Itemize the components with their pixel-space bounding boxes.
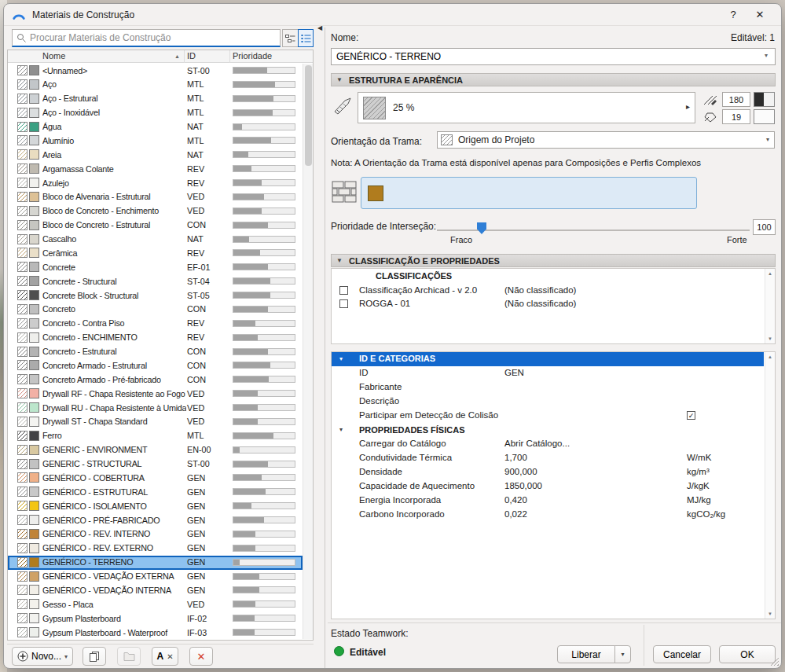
- orientation-dropdown[interactable]: Origem do Projeto ▾: [437, 131, 775, 149]
- collision-checkbox[interactable]: ✓: [687, 411, 695, 420]
- list-item[interactable]: AçoMTL: [8, 78, 303, 92]
- property-row[interactable]: Carregar do CatálogoAbrir Catálogo...: [332, 437, 764, 451]
- property-row[interactable]: Condutividade Térmica1,700W/mK: [332, 451, 764, 465]
- list-item[interactable]: AlumínioMTL: [8, 134, 303, 148]
- list-item[interactable]: CerâmicaREV: [8, 246, 303, 260]
- release-button[interactable]: Liberar: [557, 645, 615, 663]
- duplicate-material-button[interactable]: [83, 647, 106, 666]
- property-row[interactable]: Capacidade de Aquecimento1850,000J/kgK: [332, 479, 764, 494]
- section-classification-properties[interactable]: ▼ CLASSIFICAÇÃO E PROPRIEDADES: [331, 254, 776, 267]
- search-box[interactable]: [12, 29, 281, 47]
- fill-pen-field[interactable]: 180: [722, 92, 750, 107]
- scroll-down-icon[interactable]: ▼: [768, 336, 772, 341]
- list-item[interactable]: GENÉRICO - ISOLAMENTOGEN: [8, 499, 303, 513]
- surface-preview[interactable]: [361, 177, 697, 209]
- delete-material-button[interactable]: ✕: [189, 647, 213, 666]
- material-name-input[interactable]: [331, 48, 776, 65]
- column-divider[interactable]: [184, 50, 185, 63]
- list-item[interactable]: Concreto - Contra PisoREV: [8, 317, 303, 331]
- list-item[interactable]: GENÉRICO - ESTRUTURALGEN: [8, 485, 303, 499]
- list-item[interactable]: Concreto Armado - Pré-fabricadoCON: [8, 373, 303, 387]
- list-item[interactable]: Bloco de Concreto - EstruturalCON: [8, 218, 303, 233]
- panel-splitter[interactable]: [325, 28, 325, 669]
- column-divider[interactable]: [229, 50, 230, 63]
- background-pen-color-swatch[interactable]: [754, 109, 775, 124]
- classification-row[interactable]: Classificação Archicad - v 2.0(Não class…: [332, 285, 764, 298]
- list-item[interactable]: GENÉRICO - TERRENOGEN: [8, 556, 303, 570]
- new-material-button[interactable]: Novo... ▾: [12, 647, 73, 666]
- property-row[interactable]: Participar em Detecção de Colisão✓: [332, 409, 764, 423]
- search-input[interactable]: [30, 32, 276, 43]
- list-item[interactable]: Aço - InoxidávelMTL: [8, 106, 303, 120]
- section-collapse-icon[interactable]: ▼: [336, 76, 343, 83]
- property-row[interactable]: Fabricante: [332, 380, 764, 395]
- release-dropdown-button[interactable]: ▾: [614, 645, 631, 663]
- list-item[interactable]: Gypsum Plasterboard - WaterproofIF-03: [8, 626, 303, 640]
- properties-scrollbar[interactable]: ▲ ▼: [765, 352, 775, 619]
- background-pen-field[interactable]: 19: [722, 109, 750, 124]
- delete-unused-button[interactable]: A✕: [152, 647, 178, 666]
- list-item[interactable]: AreiaNAT: [8, 148, 303, 162]
- list-item[interactable]: Bloco de Alvenaria - EstruturalVED: [8, 190, 303, 204]
- list-item[interactable]: Drywall ST - Chapa StandardVED: [8, 415, 303, 429]
- classifications-scrollbar[interactable]: ▲ ▼: [765, 269, 775, 343]
- title-bar[interactable]: Materiais de Construção ? ✕: [4, 4, 781, 26]
- classification-row[interactable]: ROGGA - 01(Não classificado): [332, 298, 764, 311]
- property-row[interactable]: Descrição: [332, 395, 764, 409]
- list-item[interactable]: <Unnamed>ST-00: [8, 64, 303, 78]
- list-item[interactable]: ÁguaNAT: [8, 120, 303, 134]
- list-item[interactable]: Drywall RF - Chapa Resistente ao FogoVED: [8, 387, 303, 401]
- tree-view-button[interactable]: [282, 29, 298, 47]
- list-item[interactable]: Gypsum PlasterboardIF-02: [8, 611, 303, 626]
- list-item[interactable]: GENÉRICO - REV. INTERNOGEN: [8, 527, 303, 542]
- list-header[interactable]: Nome ▲ ID Prioridade: [8, 50, 313, 63]
- list-item[interactable]: GENÉRICO - VEDAÇÃO INTERNAGEN: [8, 583, 303, 597]
- list-item[interactable]: GENERIC - ENVIRONMENTEN-00: [8, 443, 303, 457]
- list-item[interactable]: Argamassa ColanteREV: [8, 162, 303, 176]
- property-row[interactable]: ▾PROPRIEDADES FÍSICAS: [332, 423, 764, 437]
- property-row[interactable]: Carbono Incorporado0,022kgCO₂/kg: [332, 508, 764, 522]
- intersection-slider-thumb[interactable]: [477, 222, 486, 234]
- new-folder-button[interactable]: [117, 647, 141, 666]
- list-item[interactable]: Concreto - ENCHIMENTOREV: [8, 331, 303, 345]
- help-button[interactable]: ?: [720, 9, 746, 20]
- list-item[interactable]: AzulejoREV: [8, 176, 303, 190]
- intersection-value-field[interactable]: 100: [753, 219, 776, 235]
- list-item[interactable]: GENERIC - STRUCTURALST-00: [8, 457, 303, 472]
- list-item[interactable]: ConcreteEF-01: [8, 260, 303, 274]
- list-item[interactable]: Concreto - EstruturalCON: [8, 345, 303, 359]
- surface-color-swatch[interactable]: [368, 185, 383, 201]
- close-button[interactable]: ✕: [746, 9, 773, 20]
- list-item[interactable]: GENÉRICO - REV. EXTERNOGEN: [8, 542, 303, 556]
- classification-checkbox[interactable]: [339, 299, 348, 308]
- cut-fill-selector[interactable]: 25 % ▸: [358, 92, 695, 123]
- property-row[interactable]: Densidade900,000kg/m³: [332, 465, 764, 479]
- classification-checkbox[interactable]: [339, 286, 348, 295]
- name-dropdown-icon[interactable]: ▾: [765, 52, 768, 59]
- list-item[interactable]: Drywall RU - Chapa Resistente à UmidadeV…: [8, 401, 303, 415]
- cancel-button[interactable]: Cancelar: [653, 645, 711, 663]
- list-item[interactable]: GENÉRICO - PRÉ-FABRICADOGEN: [8, 513, 303, 527]
- column-nome[interactable]: Nome: [42, 51, 65, 61]
- fill-expand-icon[interactable]: ▸: [686, 102, 690, 111]
- list-item[interactable]: Bloco de Concreto - EnchimentoVED: [8, 204, 303, 218]
- scroll-down-icon[interactable]: ▼: [768, 611, 772, 616]
- fill-pen-color-swatch[interactable]: [754, 92, 775, 107]
- list-item[interactable]: FerroMTL: [8, 429, 303, 443]
- list-item[interactable]: Concrete - StructuralST-04: [8, 274, 303, 288]
- collapse-panel-icon[interactable]: ◀: [317, 24, 322, 31]
- list-item[interactable]: Gesso - PlacaVED: [8, 597, 303, 611]
- ok-button[interactable]: OK: [719, 645, 776, 663]
- list-item[interactable]: CascalhoNAT: [8, 233, 303, 247]
- scroll-up-icon[interactable]: ▲: [768, 354, 772, 359]
- list-item[interactable]: ConcretoCON: [8, 303, 303, 317]
- list-item[interactable]: Concreto Armado - EstruturalCON: [8, 358, 303, 373]
- id-categories-header[interactable]: ▾ ID E CATEGORIAS: [332, 352, 764, 366]
- list-scrollbar[interactable]: [303, 64, 313, 639]
- list-item[interactable]: GENÉRICO - VEDAÇÃO EXTERNAGEN: [8, 570, 303, 584]
- list-item[interactable]: GENÉRICO - COBERTURAGEN: [8, 471, 303, 485]
- section-structure-appearance[interactable]: ▼ ESTRUTURA E APARÊNCIA: [331, 73, 776, 86]
- list-item[interactable]: Concrete Block - StructuralST-05: [8, 288, 303, 303]
- list-view-button[interactable]: [298, 29, 314, 47]
- scroll-up-icon[interactable]: ▲: [768, 271, 772, 276]
